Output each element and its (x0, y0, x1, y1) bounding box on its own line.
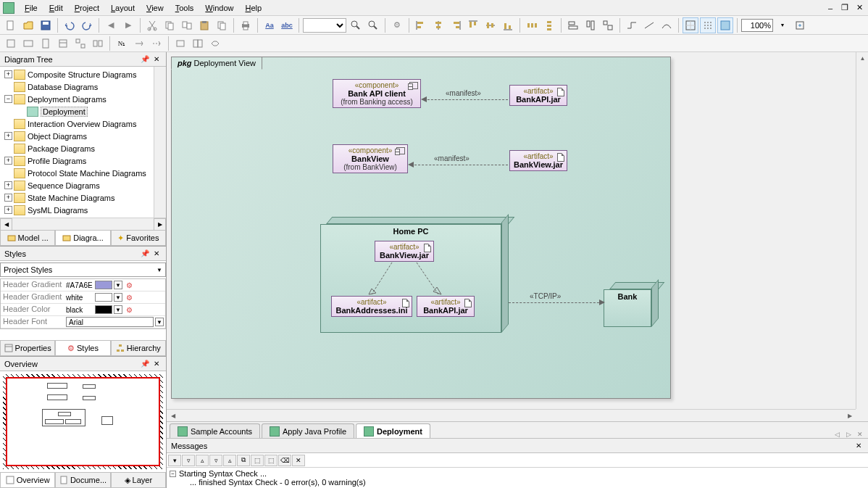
align-b-button[interactable] (500, 17, 516, 33)
menu-file[interactable]: File (19, 1, 43, 15)
tb2-1[interactable] (3, 36, 19, 51)
tree-item[interactable]: +Profile Diagrams (1, 154, 164, 167)
close-panel-icon[interactable]: ✕ (151, 360, 162, 368)
tree-scrollbar-h[interactable]: ◀▶ (0, 218, 166, 230)
tree-item[interactable]: −Deployment Diagrams (1, 93, 164, 105)
tab-model-tree[interactable]: Model ... (0, 231, 55, 246)
fit-button[interactable] (792, 17, 808, 33)
styles-row[interactable]: Header FontArial▼ (1, 316, 165, 328)
tab-layer[interactable]: ◈ Layer (111, 473, 166, 488)
tree-item[interactable]: +Object Diagrams (1, 130, 164, 142)
line1-button[interactable] (624, 17, 640, 33)
canvas-scrollbar-h[interactable]: ◀▶ (167, 409, 856, 421)
package-tab[interactable]: pkg Deployment View (171, 57, 262, 70)
diagram-canvas[interactable]: pkg Deployment View «component» Bank API… (167, 52, 868, 421)
grid1-button[interactable] (683, 17, 698, 33)
doc-nav-next[interactable]: ▷ (843, 431, 854, 438)
tb2-5[interactable] (72, 36, 88, 51)
menu-help[interactable]: Help (240, 1, 268, 15)
msg-find[interactable]: ⬚ (251, 455, 264, 466)
print-button[interactable] (238, 17, 254, 33)
tree-item[interactable]: +SysML Diagrams (1, 204, 164, 216)
tree-item[interactable]: +Composite Structure Diagrams (1, 68, 164, 80)
find2-button[interactable] (365, 17, 381, 33)
undo-button[interactable] (62, 17, 78, 33)
component-bank-api-client[interactable]: «component» Bank API client (from Bankin… (333, 79, 421, 108)
styles-row[interactable]: Header Gradient Ewhite▼⚙ (1, 291, 165, 304)
msg-filter-4[interactable]: ▿ (209, 455, 222, 466)
tb2-11[interactable] (190, 36, 206, 51)
save-button[interactable] (38, 17, 54, 33)
styles-row[interactable]: Header Colorblack▼⚙ (1, 304, 165, 316)
menu-edit[interactable]: Edit (43, 1, 69, 15)
align-c-button[interactable] (430, 17, 446, 33)
msg-filter-1[interactable]: ▾ (168, 455, 181, 466)
align-t-button[interactable] (465, 17, 481, 33)
align-m-button[interactable] (483, 17, 498, 33)
align-l-button[interactable] (413, 17, 429, 33)
tb2-7[interactable]: N₁ (114, 36, 130, 51)
artifact-bankview-jar-inner[interactable]: «artifact» BankView.jar (375, 241, 434, 262)
pin-icon[interactable]: 📌 (140, 55, 150, 63)
tab-overview[interactable]: Overview (0, 473, 55, 488)
prev-button[interactable]: ◀ (103, 17, 119, 33)
close-icon[interactable]: ✕ (854, 3, 865, 12)
tb2-8[interactable] (131, 36, 147, 51)
node-bank[interactable]: Bank (604, 282, 659, 327)
msg-find2[interactable]: ⬚ (264, 455, 277, 466)
tree-item[interactable]: Protocol State Machine Diagrams (1, 167, 164, 179)
styles-row[interactable]: Header Gradient E#A7A6E▼⚙ (1, 279, 165, 291)
tree-item[interactable]: Database Diagrams (1, 80, 164, 93)
zoom-combo[interactable]: 100% (741, 19, 773, 32)
tree-body[interactable]: +Composite Structure DiagramsDatabase Di… (0, 67, 166, 218)
msg-filter-2[interactable]: ▿ (182, 455, 195, 466)
menu-view[interactable]: View (141, 1, 170, 15)
dist-v-button[interactable] (541, 17, 557, 33)
cut-button[interactable] (144, 17, 160, 33)
spell-button[interactable]: Aa (262, 17, 277, 33)
close-panel-icon[interactable]: ✕ (854, 442, 864, 450)
tb2-3[interactable] (38, 36, 54, 51)
delete-button[interactable] (214, 17, 230, 33)
doc-tab-apply-java-profile[interactable]: Apply Java Profile (262, 423, 354, 438)
pin-icon[interactable]: 📌 (140, 249, 150, 257)
tree-item[interactable]: Package Diagrams (1, 142, 164, 154)
tab-documentation[interactable]: Docume... (55, 473, 110, 488)
doc-nav-close[interactable]: ✕ (855, 431, 865, 438)
redo-button[interactable] (79, 17, 95, 33)
new-button[interactable] (3, 17, 19, 33)
tb2-10[interactable] (172, 36, 188, 51)
menu-layout[interactable]: Layout (105, 1, 141, 15)
tab-diagram-tree[interactable]: Diagra... (55, 231, 110, 246)
menu-window[interactable]: Window (199, 1, 239, 15)
msg-filter-3[interactable]: ▵ (196, 455, 209, 466)
artifact-bankapi-jar[interactable]: «artifact» BankAPI.jar (509, 85, 567, 106)
menu-project[interactable]: Project (69, 1, 105, 15)
tb2-2[interactable] (20, 36, 36, 51)
dist-h-button[interactable] (524, 17, 540, 33)
tree-item[interactable]: +Sequence Diagrams (1, 179, 164, 191)
tree-scrollbar-v[interactable] (154, 67, 166, 218)
overview-body[interactable] (0, 371, 166, 472)
open-button[interactable] (20, 17, 36, 33)
canvas-scrollbar-v[interactable]: ▲ (856, 52, 868, 409)
artifact-bankapi-jar-inner[interactable]: «artifact» BankAPI.jar (417, 296, 475, 317)
artifact-bankview-jar[interactable]: «artifact» BankView.jar (509, 150, 567, 171)
close-panel-icon[interactable]: ✕ (151, 249, 162, 257)
next-button[interactable]: ▶ (120, 17, 136, 33)
doc-tab-sample-accounts[interactable]: Sample Accounts (170, 423, 260, 438)
menu-tools[interactable]: Tools (170, 1, 200, 15)
pin-icon[interactable]: 📌 (140, 360, 150, 368)
msg-close[interactable]: ✕ (292, 455, 305, 466)
styles-combo[interactable]: Project Styles▼ (0, 262, 166, 277)
tab-favorites[interactable]: ✦ Favorites (111, 231, 166, 246)
tab-properties[interactable]: Properties (0, 341, 55, 356)
minimize-icon[interactable]: – (825, 4, 836, 12)
paste-button[interactable] (196, 17, 212, 33)
align-r-button[interactable] (448, 17, 464, 33)
msg-clear[interactable]: ⌫ (278, 455, 291, 466)
tb2-9[interactable] (149, 36, 164, 51)
close-panel-icon[interactable]: ✕ (151, 55, 162, 63)
doc-tab-deployment[interactable]: Deployment (356, 423, 430, 438)
copy-button[interactable] (162, 17, 178, 33)
